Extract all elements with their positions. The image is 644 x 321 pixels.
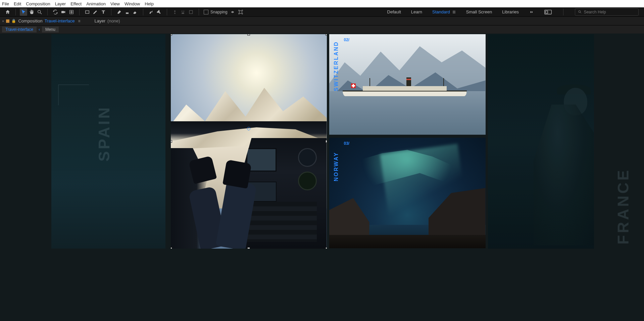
workspace-small-screen[interactable]: Small Screen [466,9,492,14]
menu-help[interactable]: Help [145,1,154,6]
local-axis-mode[interactable] [171,8,179,16]
flowchart-item-menu[interactable]: Menu [42,26,59,33]
close-tab-icon[interactable]: × [2,19,4,23]
transform-handle-tc[interactable] [247,34,250,36]
card-norway[interactable]: NORWAY 03/ [329,138,486,248]
france-figure [534,105,594,245]
separator [47,9,48,15]
composition-name[interactable]: Travel-interface [45,18,75,23]
pen-tool[interactable] [92,8,99,16]
card-main-selected[interactable] [171,34,327,249]
transform-handle-tl[interactable] [171,34,172,36]
hand-tool[interactable] [28,8,35,16]
svg-point-14 [579,11,581,13]
separator [143,9,143,15]
flowchart-item-travel-interface[interactable]: Travel-interface [2,26,37,33]
norway-label: NORWAY [333,152,339,181]
composition-prefix: Composition [18,18,42,23]
workspace-libraries[interactable]: Libraries [502,9,519,14]
svg-point-5 [182,11,183,12]
roto-brush-tool[interactable] [147,8,155,16]
snap-collapse-icon[interactable] [230,9,236,15]
search-help[interactable] [575,8,639,16]
workspace-menu-icon[interactable] [452,10,456,14]
layer-anchor-point[interactable] [247,127,250,130]
transform-handle-tr[interactable] [326,34,327,36]
workspace-learn[interactable]: Learn [411,9,422,14]
puppet-pin-tool[interactable] [155,8,163,16]
separator [111,9,111,15]
no-shore [329,235,486,248]
svg-point-4 [174,10,176,12]
view-axis-mode[interactable] [187,8,195,16]
svg-rect-7 [189,10,192,13]
sync-settings-icon[interactable] [544,10,552,14]
snapping-checkbox[interactable] [204,10,208,14]
camera-tool[interactable] [60,8,67,16]
svg-point-0 [38,10,41,13]
zoom-tool[interactable] [36,8,43,16]
layer-prefix: Layer [95,18,106,23]
card-spain-dim[interactable]: SPAIN [51,34,165,249]
composition-panel-tab[interactable]: × 🔒 Composition Travel-interface ≡ [2,18,81,23]
menu-file[interactable]: File [2,1,9,6]
ch-steamboat [343,83,467,96]
composition-flowchart: Travel-interface ‹ Menu [0,25,644,34]
switzerland-label: SWITZERLAND [333,41,339,91]
type-tool[interactable] [100,8,107,16]
transform-handle-mr[interactable] [326,140,327,143]
menu-view[interactable]: View [110,1,120,6]
composition-color-swatch [6,19,9,23]
menu-edit[interactable]: Edit [14,1,21,6]
composition-viewer[interactable]: SPAIN [0,34,644,321]
home-button[interactable] [4,8,11,16]
switzerland-index: 02/ [344,38,350,42]
clone-stamp-tool[interactable] [123,8,131,16]
composition-canvas[interactable]: SPAIN [54,34,591,321]
main-cockpit [171,121,327,249]
layer-panel-tab[interactable]: Layer (none) [95,18,120,23]
workspace-overflow-icon[interactable] [529,10,534,14]
rectangle-tool[interactable] [84,8,91,16]
eraser-tool[interactable] [132,8,139,16]
transform-handle-br[interactable] [326,247,327,249]
chevron-left-icon: ‹ [39,27,40,32]
separator [79,9,80,15]
svg-rect-8 [239,11,242,13]
menu-effect[interactable]: Effect [70,1,82,6]
menu-window[interactable]: Window [125,1,140,6]
menu-composition[interactable]: Composition [26,1,50,6]
norway-index: 03/ [344,141,350,146]
separator [167,9,167,15]
menu-layer[interactable]: Layer [55,1,66,6]
card-france-dim[interactable]: FRANCE [488,34,594,249]
workspace-standard[interactable]: Standard [432,9,450,14]
orbit-tool[interactable] [52,8,59,16]
transform-handle-ml[interactable] [171,140,172,143]
france-label: FRANCE [614,168,632,245]
transform-handle-bl[interactable] [171,247,172,249]
panel-menu-icon[interactable]: ≡ [78,19,81,23]
svg-rect-11 [453,13,455,13]
menu-bar: File Edit Composition Layer Effect Anima… [0,0,644,7]
brush-tool[interactable] [115,8,123,16]
card-switzerland[interactable]: SWITZERLAND 02/ [329,34,486,135]
separator [563,9,563,15]
panel-tabs: × 🔒 Composition Travel-interface ≡ Layer… [0,17,644,25]
snap-bbox-icon[interactable] [238,9,244,15]
lock-icon[interactable]: 🔒 [11,19,16,23]
world-axis-mode[interactable] [179,8,187,16]
spain-label: SPAIN [95,106,113,162]
transform-handle-bc[interactable] [247,247,250,249]
svg-rect-9 [453,11,455,11]
menu-animation[interactable]: Animation [86,1,106,6]
selection-tool[interactable] [20,8,27,16]
svg-rect-1 [61,11,64,13]
search-icon [578,10,582,14]
svg-point-6 [183,11,184,12]
pan-behind-tool[interactable] [68,8,75,16]
workspace-default[interactable]: Default [387,9,401,14]
layer-value: (none) [107,18,120,23]
svg-rect-10 [453,12,455,12]
search-help-input[interactable] [584,10,636,14]
